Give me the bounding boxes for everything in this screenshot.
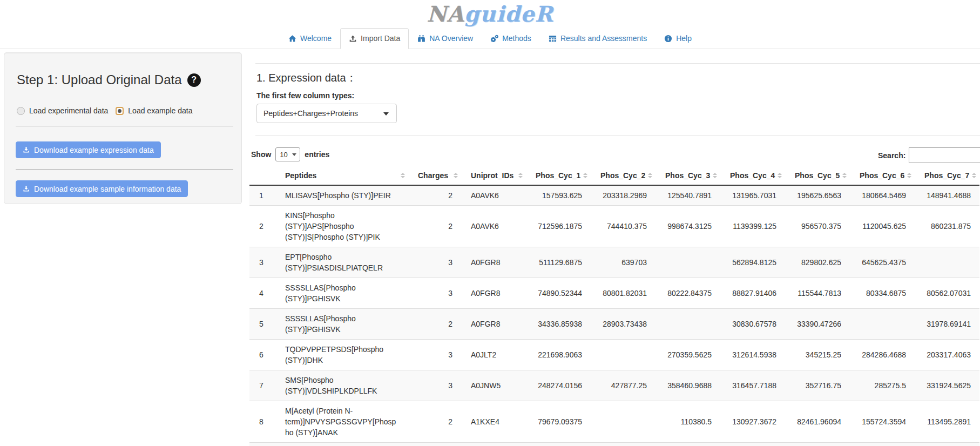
- tab-label: NA Overview: [429, 33, 473, 44]
- value-cell: 829802.625: [785, 247, 850, 278]
- app-header: NAguideR: [0, 0, 980, 28]
- row-index-cell: 6: [249, 340, 275, 370]
- sort-icon: [648, 173, 652, 178]
- main-nav-tabs: Welcome Import Data NA Overview Me: [0, 28, 980, 49]
- value-cell: 115544.7813: [785, 278, 850, 309]
- value-cell: [720, 443, 785, 446]
- column-types-label: The first few column types:: [256, 91, 354, 100]
- binoculars-icon: [417, 35, 425, 43]
- value-cell: [591, 443, 655, 446]
- peptide-cell: SSSSLLAS[Phospho (STY)]PGHISVK: [275, 278, 408, 309]
- value-cell: [591, 340, 655, 370]
- peptide-cell: SMS[Phospho (STY)]VDLSHIPLKDPLLFK: [275, 370, 408, 401]
- peptide-cell: TQDPVPPETPSDS[Phospho (STY)]DHK: [275, 340, 408, 370]
- value-cell: 998674.3125: [655, 206, 720, 247]
- sidebar-divider: [16, 169, 233, 170]
- column-header[interactable]: Phos_Cyc_3: [655, 166, 720, 185]
- value-cell: 1139399.125: [720, 206, 785, 247]
- info-icon: [664, 35, 672, 43]
- tab-help[interactable]: Help: [655, 28, 700, 49]
- tab-label: Help: [676, 33, 692, 44]
- tab-label: Results and Assessments: [560, 33, 647, 44]
- home-icon: [288, 35, 296, 43]
- column-header-label: Phos_Cyc_3: [665, 171, 710, 180]
- value-cell: 285275.5: [850, 370, 915, 401]
- value-cell: [850, 309, 915, 340]
- tab-welcome[interactable]: Welcome: [280, 28, 340, 49]
- column-header[interactable]: Charges: [408, 166, 461, 185]
- radio-load-example-data[interactable]: Load example data: [116, 106, 192, 115]
- logo-part-guider: guideR: [464, 1, 553, 26]
- value-cell: 79679.09375: [526, 401, 591, 443]
- search-input[interactable]: [909, 147, 980, 163]
- upload-icon: [349, 35, 357, 43]
- content-divider: [255, 135, 980, 136]
- column-header[interactable]: Phos_Cyc_4: [720, 166, 785, 185]
- value-cell: [408, 443, 461, 446]
- value-cell: 80562.07031: [915, 278, 979, 309]
- charge-cell: 2: [408, 185, 461, 206]
- value-cell: 157593.625: [526, 185, 591, 206]
- row-index-cell: 7: [249, 370, 275, 401]
- column-header[interactable]: Phos_Cyc_2: [591, 166, 655, 185]
- value-cell: [526, 443, 591, 446]
- page-length-select[interactable]: 10: [275, 147, 300, 161]
- value-cell: 80222.84375: [655, 278, 720, 309]
- tab-methods[interactable]: Methods: [482, 28, 540, 49]
- peptide-cell: KINS[Phospho (STY)]APS[Phospho (STY)]S[P…: [275, 206, 408, 247]
- column-header[interactable]: Phos_Cyc_1: [526, 166, 591, 185]
- column-header[interactable]: Phos_Cyc_6: [850, 166, 915, 185]
- value-cell: 131965.7031: [720, 185, 785, 206]
- value-cell: 31978.69141: [915, 309, 979, 340]
- value-cell: 34336.85938: [526, 309, 591, 340]
- column-header[interactable]: Phos_Cyc_7: [915, 166, 979, 185]
- peptide-cell: MLISAVS[Phospho (STY)]PEIR: [275, 185, 408, 206]
- table-row: 7SMS[Phospho (STY)]VDLSHIPLKDPLLFK3A0JNW…: [249, 370, 979, 401]
- tab-import-data[interactable]: Import Data: [340, 28, 409, 49]
- tab-results-and-assessments[interactable]: Results and Assessments: [540, 28, 655, 49]
- table-row-partial: [249, 443, 979, 446]
- value-cell: 148941.4688: [915, 185, 979, 206]
- column-header[interactable]: Phos_Cyc_5: [785, 166, 850, 185]
- table-length-control: Show 10 entries: [251, 147, 329, 161]
- value-cell: 195625.6563: [785, 185, 850, 206]
- column-header-label: Peptides: [285, 171, 316, 180]
- data-source-radio-group: Load experimental data Load example data: [17, 106, 192, 115]
- value-cell: 30830.67578: [720, 309, 785, 340]
- tab-na-overview[interactable]: NA Overview: [409, 28, 482, 49]
- value-cell: 331924.5625: [915, 370, 979, 401]
- download-sample-info-button[interactable]: Download example sample information data: [16, 180, 188, 197]
- search-label: Search:: [878, 151, 905, 160]
- value-cell: [915, 443, 979, 446]
- uniprot-cell: A0JLT2: [461, 340, 526, 370]
- download-expression-data-button[interactable]: Download example expression data: [16, 141, 161, 158]
- column-header-index: [249, 166, 275, 185]
- sort-icon: [518, 173, 523, 178]
- radio-checked-icon[interactable]: [116, 107, 124, 115]
- expression-data-title: 1. Expression data：: [256, 71, 357, 85]
- table-icon: [549, 35, 557, 43]
- column-header[interactable]: Peptides: [275, 166, 408, 185]
- column-header-label: Uniprot_IDs: [471, 171, 513, 180]
- table-row: 4SSSSLLAS[Phospho (STY)]PGHISVK3A0FGR874…: [249, 278, 979, 309]
- value-cell: 345215.25: [785, 340, 850, 370]
- tab-label: Welcome: [300, 33, 332, 44]
- value-cell: [655, 309, 720, 340]
- expression-data-table: PeptidesChargesUniprot_IDsPhos_Cyc_1Phos…: [249, 166, 979, 446]
- table-search-control: Search:: [878, 147, 980, 163]
- table-row: 3EPT[Phospho (STY)]PSIASDISLPIATQELR3A0F…: [249, 247, 979, 278]
- sort-icon: [842, 173, 847, 178]
- radio-load-experimental-data[interactable]: Load experimental data: [17, 106, 108, 115]
- radio-unchecked-icon[interactable]: [17, 107, 25, 115]
- column-types-select[interactable]: Peptides+Charges+Proteins: [256, 104, 397, 123]
- sort-icon: [778, 173, 782, 178]
- value-cell: 130927.3672: [720, 401, 785, 443]
- table-row: 1MLISAVS[Phospho (STY)]PEIR2A0AVK6157593…: [249, 185, 979, 206]
- value-cell: 203317.4063: [915, 340, 979, 370]
- value-cell: 125540.7891: [655, 185, 720, 206]
- value-cell: 180664.5469: [850, 185, 915, 206]
- value-cell: 110380.5: [655, 401, 720, 443]
- question-circle-icon[interactable]: ?: [187, 73, 201, 87]
- column-header[interactable]: Uniprot_IDs: [461, 166, 526, 185]
- page-length-value: 10: [280, 151, 287, 159]
